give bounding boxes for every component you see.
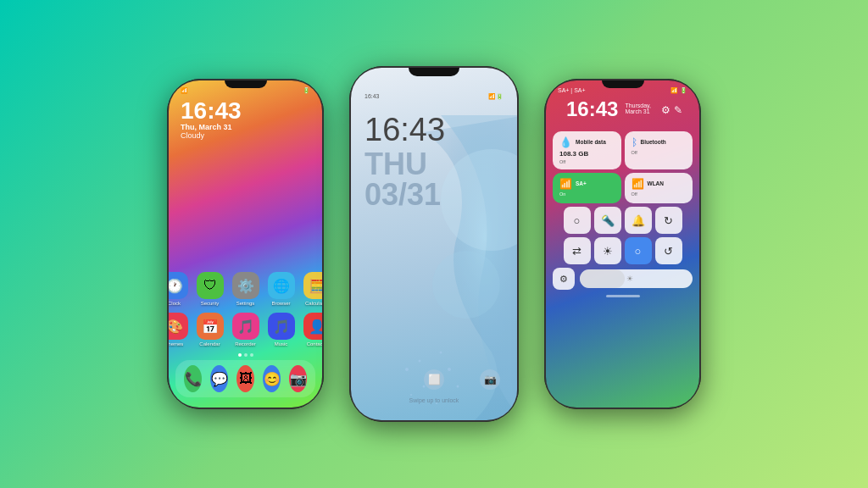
fingerprint-button[interactable]: ⬜	[424, 369, 444, 390]
svg-point-5	[423, 385, 426, 388]
wlan-status: Off	[632, 191, 687, 197]
list-item[interactable]: 🕐 Clock	[169, 272, 188, 306]
dock: 📞 💬 🖼 😊 📷	[175, 360, 315, 397]
control-actions: ⚙ ✎	[661, 96, 689, 116]
swipe-hint: Swipe up to unlock	[409, 397, 459, 403]
phone-control-center: SA+ | SA+ 📶 🔋 16:43 Thursday, March 31 ⚙…	[544, 79, 701, 409]
app-row-2: 🎨 Themes 📅 Calendar 🎵 Recorder 🎵 Music	[169, 313, 322, 347]
app-label: Music	[275, 341, 288, 347]
sync-button[interactable]: ↺	[655, 237, 682, 264]
flashlight-button[interactable]: 🔦	[594, 207, 621, 234]
security-icon: 🛡	[197, 272, 224, 299]
mobile-data-icon: 💧	[559, 136, 572, 148]
notch	[602, 80, 644, 88]
list-item[interactable]: 🧮 Calculator	[303, 272, 323, 306]
lock-time-status: 16:43	[364, 93, 380, 100]
app-row-1: 🕐 Clock 🛡 Security ⚙️ Settings 🌐 Browser	[169, 272, 322, 306]
contrast-button[interactable]: ☀	[594, 237, 621, 264]
home-time: 16:43	[181, 99, 310, 123]
phone-lock-screen: 16:43 📶🔋 16:43 THU 03/31 ⬜ Swipe up to u…	[351, 68, 517, 420]
face-app-icon[interactable]: 😊	[263, 365, 281, 392]
messages-app-icon[interactable]: 💬	[210, 365, 228, 392]
music-icon: 🎵	[268, 313, 295, 340]
control-tiles: 💧 Mobile data 108.3 GB Off ᛒ Bluetooth O…	[546, 131, 699, 264]
list-item[interactable]: 🛡 Security	[197, 272, 224, 306]
app-label: Themes	[169, 341, 183, 347]
bluetooth-label: Bluetooth	[641, 140, 666, 146]
sa-icon: 📶	[559, 178, 572, 190]
app-label: Recorder	[235, 341, 256, 347]
wifi-icon: 📶	[632, 178, 644, 190]
mobile-data-tile[interactable]: 💧 Mobile data 108.3 GB Off	[553, 131, 621, 169]
home-weather: Cloudy	[181, 131, 310, 140]
mobile-data-status: Off	[559, 159, 615, 164]
svg-point-7	[440, 352, 442, 354]
lock-status-bar: 16:43 📶🔋	[364, 93, 504, 100]
svg-point-2	[405, 368, 409, 371]
svg-point-6	[410, 394, 412, 396]
app-label: Calendar	[199, 341, 220, 347]
phone-app-icon[interactable]: 📞	[184, 365, 202, 392]
home-date: Thu, March 31	[181, 123, 310, 131]
settings-icon[interactable]: ⚙	[553, 268, 575, 290]
list-item[interactable]: 👤 Contacts	[303, 313, 323, 347]
dnd-button[interactable]: ○	[564, 207, 591, 234]
brightness-control: ⚙ ☀	[546, 268, 699, 290]
app-grid: 🕐 Clock 🛡 Security ⚙️ Settings 🌐 Browser	[169, 143, 322, 408]
clock-icon: 🕐	[169, 272, 188, 299]
list-item[interactable]: 🎵 Recorder	[232, 313, 259, 347]
gallery-app-icon[interactable]: 🖼	[236, 365, 254, 392]
sa-plus-status: On	[559, 191, 615, 197]
notch	[225, 80, 267, 88]
brightness-icon: ☀	[626, 274, 633, 283]
alarm-button[interactable]: 🔔	[625, 207, 652, 234]
camera-shortcut[interactable]: 📷	[480, 369, 500, 390]
phone-home: 📶 🔋 16:43 Thu, March 31 Cloudy 🕐 Clock 🛡…	[167, 79, 324, 409]
wlan-tile[interactable]: 📶 WLAN Off	[625, 173, 693, 203]
list-item[interactable]: 🎨 Themes	[169, 313, 188, 347]
brightness-slider[interactable]: ☀	[580, 269, 693, 288]
rotate-button[interactable]: ↻	[655, 207, 682, 234]
app-label: Browser	[271, 301, 290, 306]
list-item[interactable]: ⚙️ Settings	[232, 272, 259, 306]
brightness-fill	[580, 269, 625, 288]
svg-point-8	[448, 368, 451, 371]
control-row-1: 💧 Mobile data 108.3 GB Off ᛒ Bluetooth O…	[553, 131, 693, 169]
mobile-data-value: 108.3 GB	[559, 150, 615, 158]
nfc-button[interactable]: ○	[625, 237, 652, 264]
control-battery: 📶 🔋	[670, 87, 687, 94]
list-item[interactable]: 🌐 Browser	[268, 272, 295, 306]
page-dot	[238, 353, 242, 357]
lock-screen-content: 16:43 📶🔋 16:43 THU 03/31	[351, 68, 517, 210]
app-label: Contacts	[307, 341, 322, 347]
more-icon[interactable]: ✎	[674, 99, 682, 116]
app-label: Security	[201, 301, 220, 306]
phone-lockscreen: 16:43 📶🔋 16:43 THU 03/31 ⬜ Swipe up to u…	[349, 66, 519, 422]
app-label: Settings	[236, 301, 255, 306]
list-item[interactable]: 📅 Calendar	[197, 313, 224, 347]
control-row-2: 📶 SA+ On 📶 WLAN Off	[553, 173, 693, 203]
home-indicator[interactable]	[606, 295, 640, 297]
recorder-icon: 🎵	[232, 313, 259, 340]
svg-point-1	[432, 251, 500, 319]
sa-plus-tile[interactable]: 📶 SA+ On	[553, 173, 621, 203]
app-label: Calculator	[305, 301, 322, 306]
edit-icon[interactable]: ⚙	[661, 99, 670, 116]
bluetooth-tile[interactable]: ᛒ Bluetooth Off	[625, 131, 693, 169]
control-row-3: ○ 🔦 🔔 ↻	[553, 207, 693, 234]
phone-home-screen: 📶 🔋 16:43 Thu, March 31 Cloudy 🕐 Clock 🛡…	[169, 80, 322, 408]
settings-icon: ⚙️	[232, 272, 259, 299]
lock-time: 16:43	[364, 114, 504, 146]
page-indicator	[169, 353, 322, 360]
svg-point-3	[419, 360, 421, 363]
cast-button[interactable]: ⇄	[564, 237, 591, 264]
camera-app-icon[interactable]: 📷	[289, 365, 307, 392]
battery-icon: 🔋	[303, 87, 310, 94]
mobile-data-label: Mobile data	[576, 140, 606, 146]
control-carrier: SA+ | SA+	[558, 87, 586, 94]
phone-control-screen: SA+ | SA+ 📶 🔋 16:43 Thursday, March 31 ⚙…	[546, 80, 699, 408]
lock-bottom: ⬜ Swipe up to unlock 📷	[351, 397, 517, 403]
calculator-icon: 🧮	[303, 272, 323, 299]
list-item[interactable]: 🎵 Music	[268, 313, 295, 347]
sa-plus-label: SA+	[576, 181, 587, 187]
